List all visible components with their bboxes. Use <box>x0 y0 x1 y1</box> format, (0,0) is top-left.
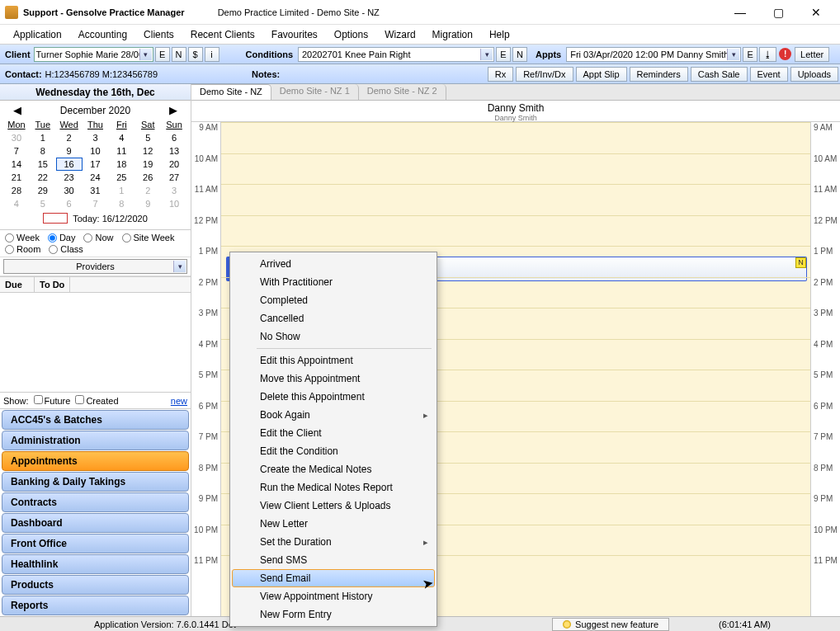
nav-front-office[interactable]: Front Office <box>2 534 189 553</box>
ctx-move-this-appointment[interactable]: Move this Appointment <box>232 370 435 388</box>
cal-day[interactable]: 5 <box>30 197 56 210</box>
appt-e-button[interactable]: E <box>743 47 757 62</box>
ctx-with-practitioner[interactable]: With Practitioner <box>232 273 435 291</box>
site-tab[interactable]: Demo Site - NZ 1 <box>271 84 359 100</box>
ctx-view-client-letters-uploads[interactable]: View Client Letters & Uploads <box>232 497 435 515</box>
cal-day[interactable]: 3 <box>161 184 187 197</box>
cal-day[interactable]: 2 <box>56 131 83 144</box>
cal-day[interactable]: 27 <box>161 171 187 184</box>
ctx-arrived[interactable]: Arrived <box>232 255 435 273</box>
cal-day[interactable]: 8 <box>30 144 56 158</box>
ctx-edit-the-condition[interactable]: Edit the Condition <box>232 442 435 460</box>
suggest-feature-button[interactable]: Suggest new feature <box>552 618 669 631</box>
maximize-button[interactable]: ▢ <box>759 0 797 25</box>
cal-day[interactable]: 13 <box>161 144 187 158</box>
appointment-select[interactable]: Fri 03/Apr/2020 12:00 PM Danny Smith ▾ <box>566 47 741 62</box>
radio-now[interactable]: Now <box>83 233 113 243</box>
today-row[interactable]: Today: 16/12/2020 <box>3 210 187 226</box>
menu-clients[interactable]: Clients <box>135 26 182 44</box>
ctx-run-the-medical-notes-report[interactable]: Run the Medical Notes Report <box>232 478 435 497</box>
nav-dashboard[interactable]: Dashboard <box>2 513 189 533</box>
client-dollar-button[interactable]: $ <box>188 47 203 62</box>
cal-day[interactable]: 31 <box>83 184 109 197</box>
action-event-button[interactable]: Event <box>750 67 788 82</box>
ctx-edit-this-appointment[interactable]: Edit this Appointment <box>232 351 435 370</box>
menu-favourites[interactable]: Favourites <box>263 26 326 44</box>
ctx-edit-the-client[interactable]: Edit the Client <box>232 424 435 442</box>
ctx-set-the-duration[interactable]: Set the Duration <box>232 533 435 551</box>
nav-reports[interactable]: Reports <box>2 596 189 615</box>
chevron-down-icon[interactable]: ▾ <box>480 49 493 60</box>
cal-day[interactable]: 14 <box>3 158 30 171</box>
cal-day[interactable]: 2 <box>134 184 161 197</box>
cal-day[interactable]: 12 <box>134 144 161 158</box>
chevron-down-icon[interactable]: ▾ <box>139 49 152 60</box>
cal-day[interactable]: 4 <box>3 197 30 210</box>
cal-day[interactable]: 11 <box>108 144 134 158</box>
cal-day[interactable]: 1 <box>30 131 56 144</box>
ctx-delete-this-appointment[interactable]: Delete this Appointment <box>232 388 435 406</box>
todo-col-header[interactable]: To Do <box>35 277 70 292</box>
providers-select[interactable]: Providers ▾ <box>3 259 187 274</box>
site-tab[interactable]: Demo Site - NZ 2 <box>359 84 446 100</box>
download-button[interactable]: ⭳ <box>759 47 776 62</box>
nav-banking-daily-takings[interactable]: Banking & Daily Takings <box>2 472 189 492</box>
cal-day[interactable]: 4 <box>108 131 134 144</box>
action-reminders-button[interactable]: Reminders <box>630 67 688 82</box>
radio-day[interactable]: Day <box>48 233 76 243</box>
cal-day[interactable]: 16 <box>56 158 83 171</box>
action-appt-slip-button[interactable]: Appt Slip <box>576 67 627 82</box>
cal-day[interactable]: 19 <box>134 158 161 171</box>
new-link[interactable]: new <box>171 396 187 406</box>
cal-day[interactable]: 17 <box>83 158 109 171</box>
menu-migration[interactable]: Migration <box>424 26 481 44</box>
cal-day[interactable]: 10 <box>161 197 187 210</box>
cond-e-button[interactable]: E <box>496 47 511 62</box>
cal-day[interactable]: 21 <box>3 171 30 184</box>
action-ref-inv-dx-button[interactable]: Ref/Inv/Dx <box>516 67 573 82</box>
menu-recent-clients[interactable]: Recent Clients <box>182 26 263 44</box>
client-e-button[interactable]: E <box>155 47 170 62</box>
cal-day[interactable]: 6 <box>56 197 83 210</box>
action-rx-button[interactable]: Rx <box>488 67 513 82</box>
cal-day[interactable]: 20 <box>161 158 187 171</box>
warning-icon[interactable]: ! <box>779 48 791 60</box>
close-button[interactable]: ✕ <box>797 0 835 25</box>
cal-day[interactable]: 9 <box>134 197 161 210</box>
letter-button[interactable]: Letter <box>795 47 829 62</box>
client-info-button[interactable]: i <box>205 47 219 62</box>
ctx-book-again[interactable]: Book Again <box>232 406 435 424</box>
cal-day[interactable]: 5 <box>134 131 161 144</box>
cal-day[interactable]: 24 <box>83 171 109 184</box>
conditions-select[interactable]: 20202701 Knee Pain Right ▾ <box>298 47 494 62</box>
cal-day[interactable]: 9 <box>56 144 83 158</box>
cal-day[interactable]: 1 <box>108 184 134 197</box>
nav-healthlink[interactable]: Healthlink <box>2 554 189 574</box>
site-tab[interactable]: Demo Site - NZ <box>191 84 271 100</box>
cal-day[interactable]: 26 <box>134 171 161 184</box>
next-month-button[interactable]: ▶ <box>164 104 182 116</box>
nav-products[interactable]: Products <box>2 575 189 595</box>
future-checkbox[interactable]: Future <box>34 395 71 406</box>
ctx-create-the-medical-notes[interactable]: Create the Medical Notes <box>232 460 435 478</box>
client-n-button[interactable]: N <box>172 47 186 62</box>
nav-contracts[interactable]: Contracts <box>2 492 189 512</box>
cal-day[interactable]: 29 <box>30 184 56 197</box>
menu-accounting[interactable]: Accounting <box>70 26 135 44</box>
menu-options[interactable]: Options <box>326 26 376 44</box>
cal-day[interactable]: 30 <box>3 131 30 144</box>
radio-class[interactable]: Class <box>49 244 83 254</box>
menu-help[interactable]: Help <box>481 26 518 44</box>
chevron-down-icon[interactable]: ▾ <box>727 49 739 60</box>
ctx-view-appointment-history[interactable]: View Appointment History <box>232 587 435 605</box>
ctx-no-show[interactable]: No Show <box>232 327 435 346</box>
ctx-send-sms[interactable]: Send SMS <box>232 551 435 569</box>
cal-day[interactable]: 28 <box>3 184 30 197</box>
action-cash-sale-button[interactable]: Cash Sale <box>691 67 748 82</box>
created-checkbox[interactable]: Created <box>75 395 118 406</box>
cal-day[interactable]: 7 <box>3 144 30 158</box>
action-uploads-button[interactable]: Uploads <box>790 67 838 82</box>
client-select[interactable]: Turner Sophie Marie 28/06. ▾ <box>34 47 153 62</box>
ctx-send-email[interactable]: Send Email <box>232 569 435 587</box>
cal-day[interactable]: 15 <box>30 158 56 171</box>
